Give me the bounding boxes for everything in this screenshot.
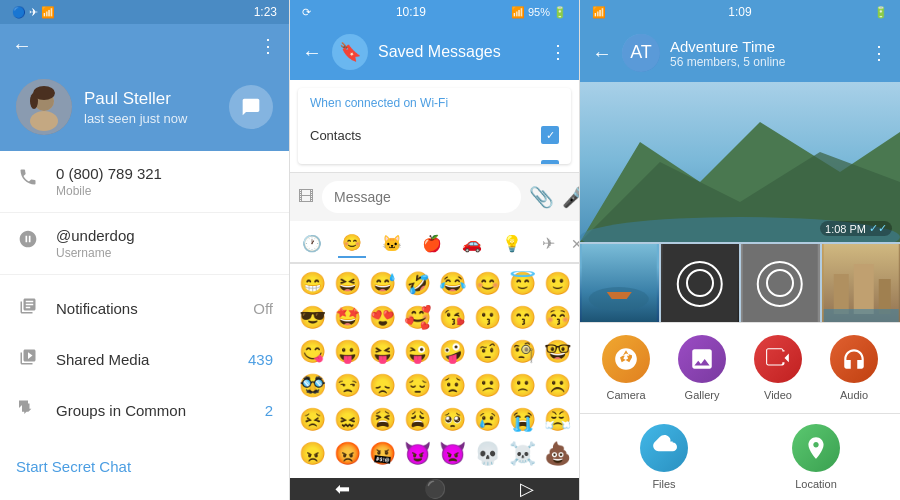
emoji-cell[interactable]: 🥺 (436, 404, 469, 436)
emoji-cell[interactable]: 😚 (541, 302, 574, 334)
emoji-cell[interactable]: 😅 (366, 268, 399, 300)
more-button-2[interactable]: ⋮ (549, 41, 567, 63)
settings-row-contacts[interactable]: Contacts (298, 118, 571, 152)
back-button-3[interactable]: ← (592, 42, 612, 65)
thumb-4[interactable] (822, 244, 901, 322)
emoji-cell[interactable]: 🤪 (436, 336, 469, 368)
emoji-cell[interactable]: 😠 (296, 438, 329, 470)
files-button[interactable]: Files (640, 424, 688, 490)
svg-rect-22 (853, 264, 873, 314)
emoji-cell[interactable]: 😈 (401, 438, 434, 470)
more-button-1[interactable]: ⋮ (259, 35, 277, 57)
emoji-cell[interactable]: 😍 (366, 302, 399, 334)
groups-left: Groups in Common (16, 399, 186, 422)
emoji-cell[interactable]: 😢 (471, 404, 504, 436)
emoji-cell[interactable]: 😆 (331, 268, 364, 300)
emoji-cell[interactable]: 🥰 (401, 302, 434, 334)
emoji-cell[interactable]: ☹️ (541, 370, 574, 402)
emoji-cell[interactable]: 😤 (541, 404, 574, 436)
emoji-cell[interactable]: 🙁 (506, 370, 539, 402)
emoji-cell[interactable]: 😜 (401, 336, 434, 368)
sticker-icon[interactable]: 🎞 (298, 188, 314, 206)
secret-chat-item[interactable]: Start Secret Chat (0, 444, 289, 490)
emoji-cell[interactable]: 😝 (366, 336, 399, 368)
emoji-cell[interactable]: 😫 (366, 404, 399, 436)
tab-activities[interactable]: ✈ (538, 230, 559, 257)
more-button-3[interactable]: ⋮ (870, 42, 888, 64)
emoji-cell[interactable]: 😒 (331, 370, 364, 402)
emoji-cell[interactable]: 🤨 (471, 336, 504, 368)
shared-media-item[interactable]: Shared Media 439 (0, 334, 289, 385)
emoji-cell[interactable]: 💩 (541, 438, 574, 470)
video-circle (754, 335, 802, 383)
emoji-cell[interactable]: 😋 (296, 336, 329, 368)
emoji-cell[interactable]: 😎 (296, 302, 329, 334)
emoji-cell[interactable]: 😩 (401, 404, 434, 436)
tab-food[interactable]: 🍎 (418, 230, 446, 257)
keyboard-bar: ⬅ ⚫ ▷ (290, 478, 579, 500)
gallery-button[interactable]: Gallery (678, 335, 726, 401)
emoji-cell[interactable]: 😙 (506, 302, 539, 334)
tab-objects[interactable]: 💡 (498, 230, 526, 257)
video-button[interactable]: Video (754, 335, 802, 401)
groups-item[interactable]: Groups in Common 2 (0, 385, 289, 436)
tab-smileys[interactable]: 😊 (338, 229, 366, 258)
emoji-cell[interactable]: 😛 (331, 336, 364, 368)
emoji-cell[interactable]: 😕 (471, 370, 504, 402)
thumb-1[interactable] (580, 244, 661, 322)
tab-animals[interactable]: 🐱 (378, 230, 406, 257)
emoji-cell[interactable]: 😂 (436, 268, 469, 300)
message-input[interactable] (322, 181, 521, 213)
tab-recent[interactable]: 🕐 (298, 230, 326, 257)
settings-row-private[interactable]: Private Chats (298, 152, 571, 164)
phone-label: Mobile (56, 184, 162, 198)
emoji-cell[interactable]: ☠️ (506, 438, 539, 470)
profile-status: last seen just now (84, 111, 187, 126)
emoji-cell[interactable]: 😟 (436, 370, 469, 402)
kb-icon-1[interactable]: ⬅ (335, 478, 350, 500)
emoji-cell[interactable]: 😘 (436, 302, 469, 334)
attach-icon[interactable]: 📎 (529, 185, 554, 209)
back-button-2[interactable]: ← (302, 41, 322, 64)
thumb-3[interactable] (741, 244, 822, 322)
battery-2: 📶 95% 🔋 (511, 6, 567, 19)
tab-travel[interactable]: 🚗 (458, 230, 486, 257)
location-button[interactable]: Location (792, 424, 840, 490)
emoji-cell[interactable]: 😔 (401, 370, 434, 402)
emoji-cell[interactable]: 🤩 (331, 302, 364, 334)
emoji-cell[interactable]: 🧐 (506, 336, 539, 368)
close-emoji-button[interactable]: ✕ (571, 236, 579, 252)
phone-number: 0 (800) 789 321 (56, 165, 162, 182)
header-left-2: ← 🔖 Saved Messages (302, 34, 501, 70)
emoji-cell[interactable]: 🤣 (401, 268, 434, 300)
emoji-cell[interactable]: 🤬 (366, 438, 399, 470)
emoji-cell[interactable]: 😡 (331, 438, 364, 470)
emoji-cell[interactable]: 😣 (296, 404, 329, 436)
emoji-cell[interactable]: 🥸 (296, 370, 329, 402)
checkbox-contacts[interactable] (541, 126, 559, 144)
thumb-2[interactable] (661, 244, 742, 322)
emoji-cell[interactable]: 😇 (506, 268, 539, 300)
kb-icon-3[interactable]: ▷ (520, 478, 534, 500)
message-button[interactable] (229, 85, 273, 129)
mic-icon[interactable]: 🎤 (562, 185, 579, 209)
camera-button[interactable]: Camera (602, 335, 650, 401)
audio-button[interactable]: Audio (830, 335, 878, 401)
emoji-cell[interactable]: 😊 (471, 268, 504, 300)
emoji-cell[interactable]: 😖 (331, 404, 364, 436)
saved-messages-header: ← 🔖 Saved Messages ⋮ (290, 24, 579, 80)
emoji-cell[interactable]: 🙂 (541, 268, 574, 300)
emoji-cell[interactable]: 😗 (471, 302, 504, 334)
shared-media-icon (16, 348, 40, 371)
emoji-cell[interactable]: 💀 (471, 438, 504, 470)
emoji-cell[interactable]: 😞 (366, 370, 399, 402)
notifications-item[interactable]: Notifications Off (0, 283, 289, 334)
emoji-cell[interactable]: 🤓 (541, 336, 574, 368)
emoji-cell[interactable]: 😭 (506, 404, 539, 436)
emoji-cell[interactable]: 👿 (436, 438, 469, 470)
kb-icon-2[interactable]: ⚫ (424, 478, 446, 500)
settings-section-1: When connected on Wi-Fi (298, 88, 571, 118)
checkbox-private[interactable] (541, 160, 559, 164)
emoji-cell[interactable]: 😁 (296, 268, 329, 300)
back-button-1[interactable]: ← (12, 34, 32, 57)
